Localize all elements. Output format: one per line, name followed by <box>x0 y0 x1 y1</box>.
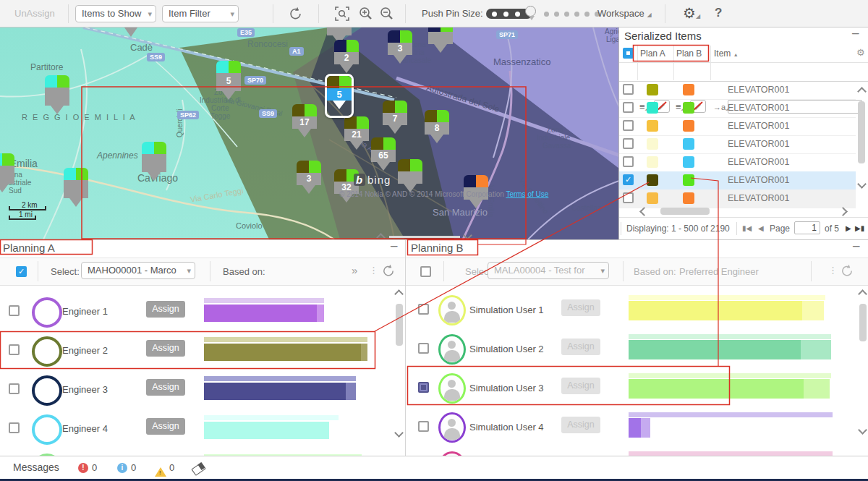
minimize-icon[interactable]: – <box>852 28 859 38</box>
map-canvas[interactable]: CadèPartitoreR E G G I O E M I L I AApen… <box>0 27 619 239</box>
select-all-checkbox[interactable] <box>623 48 634 59</box>
assign-button[interactable]: Assign <box>146 301 185 318</box>
push-pin[interactable]: 5 <box>216 61 241 106</box>
col-plan-b[interactable]: Plan B <box>676 48 702 59</box>
assign-button[interactable]: Assign <box>146 418 185 435</box>
slider-filled-dot[interactable] <box>503 12 509 17</box>
prev-page-icon[interactable]: ◀ <box>758 224 764 232</box>
row-checkbox[interactable] <box>418 343 429 354</box>
row-checkbox[interactable] <box>9 422 20 433</box>
row-checkbox[interactable] <box>623 156 634 167</box>
scroll-left-icon[interactable] <box>639 207 649 216</box>
row-checkbox[interactable] <box>623 192 634 203</box>
grid-settings-gear-icon[interactable]: ⚙ <box>856 47 865 58</box>
minimize-icon[interactable]: – <box>853 241 859 251</box>
zoom-in-icon[interactable] <box>358 6 374 25</box>
planning-row[interactable]: Engineer 4Assign <box>0 409 394 448</box>
settings-gear-icon[interactable]: ⚙◢ <box>683 4 700 22</box>
planner-select-dropdown[interactable]: MAHO00001 - Marco Ho▾ <box>81 262 195 279</box>
push-pin[interactable]: 3 <box>388 30 412 70</box>
row-checkbox[interactable] <box>623 120 634 131</box>
vertical-scrollbar[interactable] <box>858 101 865 163</box>
table-row[interactable]: ELEVATOR001 <box>619 190 856 208</box>
slider-filled-dot[interactable] <box>492 12 497 17</box>
minimize-icon[interactable]: – <box>391 241 397 251</box>
push-pin[interactable]: 7 <box>383 101 407 140</box>
planning-row[interactable]: Engineer 1Assign <box>0 291 394 331</box>
next-page-icon[interactable]: ▶ <box>846 224 851 232</box>
vertical-scrollbar[interactable] <box>396 304 403 346</box>
horizontal-scrollbar[interactable] <box>660 208 710 215</box>
slider-empty-dot[interactable] <box>574 12 579 17</box>
row-checkbox[interactable] <box>623 84 634 95</box>
slider-empty-dot[interactable] <box>584 12 590 17</box>
select-all-checkbox[interactable] <box>420 266 431 277</box>
planning-row[interactable]: Engineer 2Assign <box>0 331 394 370</box>
push-pin[interactable]: 17 <box>292 104 317 144</box>
push-pin[interactable]: 8 <box>425 110 449 150</box>
refresh-icon[interactable] <box>288 6 304 25</box>
drag-dots-icon[interactable]: ⋮ <box>369 265 378 276</box>
drag-dots-icon[interactable]: ⋮ <box>828 265 838 276</box>
planning-row[interactable]: Simulation User 3Assign <box>406 368 857 408</box>
scroll-down-icon[interactable] <box>858 425 867 435</box>
info-icon[interactable]: i <box>117 463 127 473</box>
push-pin[interactable] <box>45 75 69 121</box>
refresh-icon[interactable] <box>381 263 396 281</box>
clear-messages-icon[interactable] <box>191 462 205 476</box>
push-pin[interactable]: 65 <box>371 137 396 177</box>
push-pin[interactable]: 21 <box>344 116 369 156</box>
table-row[interactable]: ELEVATOR001 <box>619 153 856 172</box>
refresh-icon[interactable] <box>840 263 855 281</box>
warning-icon[interactable]: ! <box>155 461 166 477</box>
scroll-right-icon[interactable] <box>838 207 848 216</box>
row-checkbox[interactable] <box>9 344 20 355</box>
slider-thumb[interactable] <box>525 6 536 17</box>
scroll-up-icon[interactable] <box>857 87 867 96</box>
zoom-out-icon[interactable] <box>379 6 395 25</box>
planning-row[interactable]: Simulation User 2Assign <box>406 329 857 369</box>
table-row[interactable]: ELEVATOR001 <box>619 81 856 100</box>
items-to-show-dropdown[interactable]: Items to Show▾ <box>75 5 156 22</box>
first-page-icon[interactable]: ▮◀ <box>742 224 752 232</box>
row-checkbox[interactable] <box>418 304 429 315</box>
row-checkbox[interactable] <box>9 383 20 394</box>
slider-empty-dot[interactable] <box>564 12 569 17</box>
item-filter-dropdown[interactable]: Item Filter▾ <box>162 5 239 22</box>
planning-row[interactable]: Simulation User 4Assign <box>406 407 857 447</box>
push-pin[interactable] <box>428 27 453 59</box>
scroll-up-icon[interactable] <box>858 289 867 299</box>
unassign-button[interactable]: UnAssign <box>14 8 55 19</box>
planner-select-dropdown[interactable]: MALA00004 - Test for de▾ <box>488 262 609 279</box>
push-pin[interactable]: 3 <box>297 161 321 200</box>
row-checkbox[interactable] <box>418 421 429 432</box>
slider-empty-dot[interactable] <box>554 12 559 17</box>
help-icon[interactable]: ? <box>715 6 722 20</box>
col-plan-a[interactable]: Plan A <box>640 48 665 59</box>
scroll-down-icon[interactable] <box>857 179 867 189</box>
push-pin-tip[interactable] <box>124 27 137 43</box>
planning-row[interactable]: Assign <box>0 448 394 456</box>
splitter-track[interactable] <box>389 236 460 238</box>
push-pin[interactable] <box>64 168 88 213</box>
scroll-down-icon[interactable] <box>394 428 404 438</box>
zoom-selection-icon[interactable] <box>334 6 350 25</box>
row-checkbox[interactable] <box>418 382 429 393</box>
error-icon[interactable]: ! <box>78 463 88 473</box>
assign-button[interactable]: Assign <box>561 417 600 433</box>
slider-empty-dot[interactable] <box>544 12 549 17</box>
table-row[interactable]: ELEVATOR001 <box>619 99 856 118</box>
row-checkbox[interactable]: ✓ <box>623 174 634 185</box>
push-pin[interactable] <box>142 142 166 187</box>
assign-button[interactable]: Assign <box>561 299 600 316</box>
row-checkbox[interactable] <box>623 138 634 149</box>
col-item[interactable]: Item ▲ <box>714 48 739 59</box>
slider-filled-dot[interactable] <box>515 12 520 17</box>
workspace-menu[interactable]: Workspace ◢ <box>597 8 652 19</box>
push-pin[interactable] <box>0 153 14 199</box>
row-checkbox[interactable] <box>9 305 20 316</box>
last-page-icon[interactable]: ▶▮ <box>855 224 864 232</box>
table-row[interactable]: ELEVATOR001 <box>619 135 856 154</box>
table-row[interactable]: ✓ELEVATOR001 <box>619 171 856 190</box>
assign-button[interactable]: Assign <box>146 379 185 396</box>
